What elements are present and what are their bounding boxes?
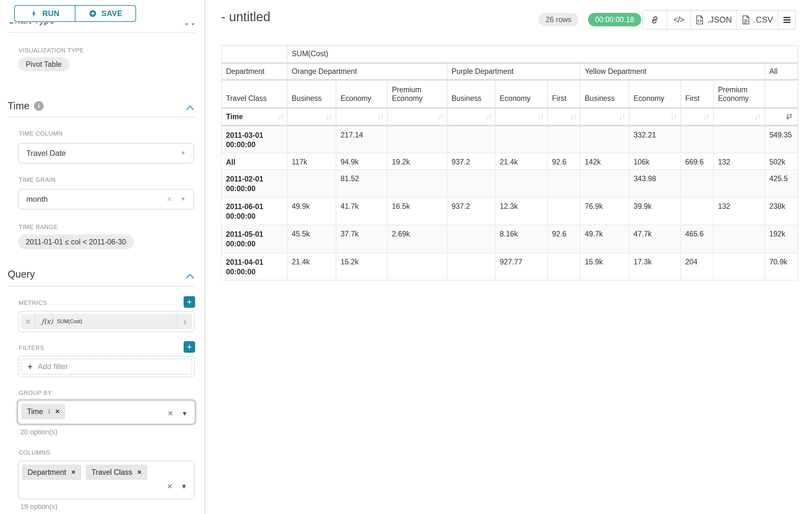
export-json-button[interactable]: .JSON <box>690 10 736 29</box>
sort-icon[interactable]: ↓↑ <box>570 112 576 122</box>
columns-tag[interactable]: Department × <box>22 464 81 480</box>
group-by-tag[interactable]: Time i × <box>21 404 65 419</box>
sort-cell: ↓↑ <box>447 108 495 125</box>
info-icon: i <box>34 101 44 111</box>
travel-class-header: Premium Economy <box>387 80 447 108</box>
pivot-cell: 92.6 <box>548 153 580 170</box>
add-metric-button[interactable]: + <box>183 296 195 308</box>
metric-header-cell: SUM(Cost) <box>287 45 798 63</box>
pivot-cell: 21.4k <box>495 153 548 170</box>
tag-close-icon[interactable]: × <box>137 468 142 477</box>
collapse-chevron-icon[interactable] <box>185 272 195 279</box>
columns-select[interactable]: Department × Travel Class × × ▼ <box>18 461 195 499</box>
columns-tag[interactable]: Travel Class × <box>86 464 147 480</box>
sort-cell-active <box>765 108 798 125</box>
pivot-cell: 192k <box>765 225 798 253</box>
travel-class-header: Economy <box>495 80 548 108</box>
pivot-cell: 8.16k <box>495 225 548 253</box>
filters-label: FILTERS <box>19 344 44 351</box>
chart-type-chevron-tip <box>185 23 188 25</box>
view-query-button[interactable]: </> <box>667 10 690 29</box>
time-grain-select[interactable]: month × ▼ <box>18 189 194 210</box>
group-by-select[interactable]: Time i × × ▼ <box>17 400 196 425</box>
pivot-cell: 343.98 <box>629 170 681 197</box>
sort-icon[interactable]: ↓↑ <box>325 112 331 122</box>
clear-icon[interactable]: × <box>167 481 172 491</box>
chart-title[interactable]: - untitled <box>221 10 270 24</box>
pivot-cell <box>387 125 447 153</box>
pivot-cell: 549.35 <box>765 125 798 153</box>
time-section-title: Time <box>8 100 30 112</box>
pivot-cell: 106k <box>629 153 681 170</box>
collapse-chevron-icon[interactable] <box>185 104 195 111</box>
chart-panel: - untitled 26 rows 00:00:00.18 </> .JSON <box>206 0 812 514</box>
time-grain-label: TIME GRAIN <box>19 177 56 184</box>
metric-pill[interactable]: × ƒ(x) SUM(Cost) › <box>21 314 192 329</box>
time-section-heading: Time i <box>8 100 44 112</box>
caret-down-icon[interactable]: ▼ <box>181 483 187 490</box>
remove-metric-icon[interactable]: × <box>21 314 36 329</box>
sort-icon[interactable]: ↓↑ <box>537 112 543 122</box>
tag-close-icon[interactable]: × <box>55 407 59 416</box>
run-save-button-group: RUN SAVE <box>14 5 136 22</box>
caret-down-icon[interactable]: ▼ <box>181 410 188 417</box>
pivot-cell: 19.2k <box>387 153 447 170</box>
export-csv-label: .CSV <box>754 15 773 25</box>
sort-cell: ↓↑ <box>387 108 447 125</box>
sort-icon[interactable]: ↓↑ <box>485 112 491 122</box>
pivot-cell: 2.69k <box>387 225 447 253</box>
share-link-button[interactable] <box>643 10 667 29</box>
pivot-cell <box>714 125 765 153</box>
table-row: 2011-02-01 00:00:00 81.52 343.98 425.5 <box>222 170 798 197</box>
pivot-cell: 669.6 <box>681 153 714 170</box>
sort-icon[interactable]: ↓↑ <box>377 112 383 122</box>
pivot-cell <box>681 125 714 153</box>
pivot-cell: 502k <box>765 153 798 170</box>
tag-close-icon[interactable]: × <box>71 468 76 477</box>
pivot-cell: 132 <box>714 153 765 170</box>
sort-descending-icon[interactable] <box>785 112 793 121</box>
query-timer-badge: 00:00:00.18 <box>588 13 641 26</box>
pivot-cell: 21.4k <box>287 253 336 280</box>
chevron-right-icon[interactable]: › <box>177 314 192 329</box>
pivot-row-label: 2011-05-01 00:00:00 <box>222 225 287 253</box>
pivot-cell: 425.5 <box>765 170 798 197</box>
time-range-value[interactable]: 2011-01-01 ≤ col < 2011-06-30 <box>18 235 134 249</box>
pivot-cell <box>580 125 629 153</box>
save-button[interactable]: SAVE <box>75 6 136 21</box>
sort-icon[interactable]: ↓↑ <box>618 112 625 122</box>
section-divider <box>8 286 195 287</box>
travel-class-axis-label: Travel Class <box>222 80 287 108</box>
sort-cell: ↓↑ <box>495 108 548 125</box>
columns-options-count: 19 option(s) <box>20 503 57 511</box>
visualization-type-label: VISUALIZATION TYPE <box>19 47 84 54</box>
more-options-button[interactable] <box>778 10 795 29</box>
sort-icon[interactable]: ↓↑ <box>754 112 760 122</box>
add-filter-button[interactable]: + <box>183 341 195 353</box>
add-filter-dropzone[interactable]: + Add filter <box>21 358 192 375</box>
pivot-cell: 117k <box>287 153 336 170</box>
table-row: All 117k 94.9k 19.2k 937.2 21.4k 92.6 14… <box>222 153 798 170</box>
sort-icon[interactable]: ↓↑ <box>277 112 283 122</box>
travel-class-header: Premium Economy <box>714 80 765 108</box>
clear-icon[interactable]: × <box>167 194 172 204</box>
code-icon: </> <box>673 15 684 24</box>
pivot-cell: 12.3k <box>495 197 548 225</box>
pivot-cell: 92.6 <box>548 225 580 253</box>
pivot-cell <box>287 170 336 197</box>
sort-icon[interactable]: ↓↑ <box>670 112 676 122</box>
caret-down-icon: ▼ <box>180 150 186 157</box>
visualization-type-value[interactable]: Pivot Table <box>18 57 69 71</box>
caret-down-icon: ▼ <box>180 196 186 202</box>
explore-page: Chart Type RUN SAVE VISUALIZATION TYPE P… <box>0 0 812 514</box>
travel-class-header: Economy <box>629 80 681 108</box>
pivot-cell <box>387 170 447 197</box>
run-button[interactable]: RUN <box>15 6 75 21</box>
time-column-select[interactable]: Travel Date ▼ <box>18 143 194 164</box>
sort-icon[interactable]: ↓↑ <box>436 112 443 122</box>
export-csv-button[interactable]: .CSV <box>736 10 778 29</box>
sort-icon[interactable]: ↓↑ <box>703 112 709 122</box>
clear-icon[interactable]: × <box>168 408 173 418</box>
pivot-cell: 927.77 <box>495 253 548 280</box>
pivot-cell <box>714 170 765 197</box>
